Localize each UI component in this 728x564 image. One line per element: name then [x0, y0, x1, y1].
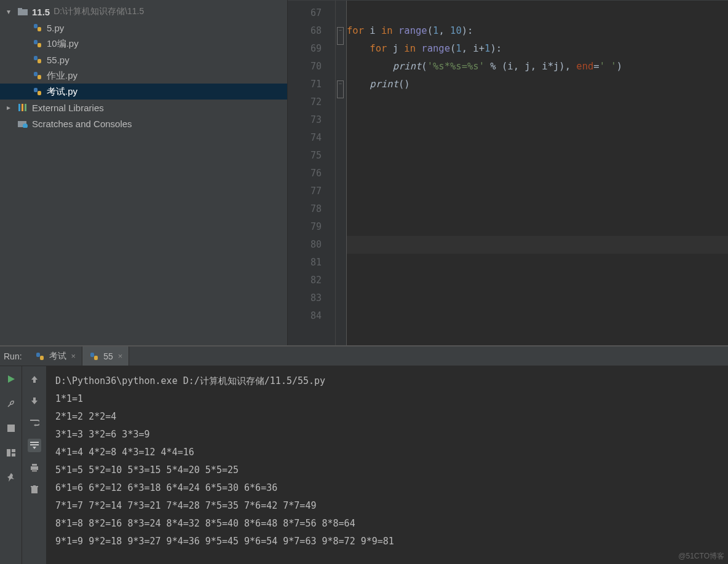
pin-icon[interactable] — [4, 471, 18, 484]
run-tab-考试[interactable]: 考试× — [28, 347, 83, 366]
console-output[interactable]: D:\Python36\python.exe D:/计算机知识存储/11.5/5… — [47, 366, 728, 564]
python-file-icon — [32, 54, 43, 65]
python-file-icon — [32, 38, 43, 49]
svg-rect-25 — [12, 453, 15, 456]
python-file-icon — [32, 86, 43, 97]
down-arrow-icon[interactable] — [28, 394, 41, 408]
svg-rect-8 — [34, 72, 38, 76]
svg-rect-30 — [32, 469, 37, 472]
svg-rect-23 — [7, 449, 10, 456]
run-label: Run: — [0, 351, 28, 361]
run-tab-label: 考试 — [49, 351, 66, 362]
file-5.py[interactable]: 5.py — [0, 20, 287, 36]
fold-column[interactable]: −− — [336, 1, 347, 345]
stop-icon[interactable] — [4, 421, 18, 435]
print-icon[interactable] — [28, 461, 41, 474]
watermark: @51CTO博客 — [678, 551, 724, 562]
close-icon[interactable]: × — [71, 351, 76, 361]
run-header: Run: 考试×55× — [0, 347, 728, 366]
external-libraries-label: External Libraries — [32, 103, 104, 113]
svg-rect-26 — [30, 442, 39, 443]
file-label: 作业.py — [47, 70, 77, 82]
soft-wrap-icon[interactable] — [28, 417, 41, 430]
file-10编.py[interactable]: 10编.py — [0, 36, 287, 52]
svg-rect-7 — [38, 59, 41, 63]
folder-icon — [17, 6, 28, 17]
chevron-right-icon[interactable]: ▸ — [4, 103, 14, 112]
svg-rect-5 — [38, 43, 41, 47]
trash-icon[interactable] — [28, 483, 41, 496]
run-icon[interactable] — [4, 372, 18, 386]
svg-rect-27 — [30, 444, 39, 445]
project-root-row[interactable]: ▾ 11.5 D:\计算机知识存储\11.5 — [0, 4, 287, 20]
svg-rect-11 — [38, 91, 41, 95]
svg-rect-20 — [94, 356, 98, 360]
svg-rect-31 — [31, 487, 38, 493]
file-label: 10编.py — [47, 38, 79, 50]
svg-rect-22 — [7, 425, 15, 432]
code-editor[interactable]: 676869707172737475767778798081828384 −− … — [288, 0, 728, 345]
code-content[interactable]: for i in range(1, 10): for j in range(1,… — [347, 1, 728, 345]
library-icon — [17, 102, 28, 113]
file-label: 5.py — [47, 23, 64, 33]
svg-rect-3 — [38, 27, 41, 31]
file-考试.py[interactable]: 考试.py — [0, 84, 287, 100]
file-label: 55.py — [47, 55, 69, 65]
run-tool-window: Run: 考试×55× D:\Python36\python.exe D:/计算… — [0, 345, 728, 564]
scratches-row[interactable]: Scratches and Consoles — [0, 116, 287, 131]
svg-rect-28 — [32, 464, 37, 466]
file-作业.py[interactable]: 作业.py — [0, 68, 287, 84]
python-file-icon — [89, 351, 100, 362]
chevron-down-icon[interactable]: ▾ — [4, 7, 14, 16]
line-number-gutter: 676869707172737475767778798081828384 — [288, 1, 336, 345]
svg-marker-21 — [8, 375, 15, 383]
svg-rect-24 — [12, 449, 15, 452]
python-file-icon — [32, 22, 43, 33]
python-file-icon — [32, 70, 43, 81]
svg-rect-14 — [25, 104, 26, 111]
svg-rect-1 — [18, 8, 22, 10]
svg-rect-13 — [22, 104, 23, 111]
svg-rect-2 — [34, 24, 38, 28]
run-tab-55[interactable]: 55× — [82, 347, 129, 366]
project-name: 11.5 — [32, 7, 50, 17]
external-libraries-row[interactable]: ▸ External Libraries — [0, 100, 287, 116]
svg-rect-33 — [33, 485, 36, 487]
close-icon[interactable]: × — [118, 351, 123, 361]
scroll-to-end-icon[interactable] — [28, 439, 41, 452]
scratches-label: Scratches and Consoles — [32, 119, 132, 129]
run-tab-label: 55 — [103, 351, 113, 361]
python-file-icon — [34, 351, 46, 362]
svg-rect-4 — [34, 40, 38, 44]
svg-rect-10 — [34, 88, 38, 92]
svg-rect-19 — [90, 353, 94, 357]
scratch-icon — [17, 118, 28, 129]
wrench-icon[interactable] — [4, 397, 18, 410]
svg-rect-6 — [34, 56, 38, 60]
project-path: D:\计算机知识存储\11.5 — [53, 6, 144, 17]
svg-rect-12 — [18, 104, 20, 111]
layout-icon[interactable] — [4, 446, 18, 460]
up-arrow-icon[interactable] — [28, 372, 41, 386]
svg-rect-9 — [38, 75, 41, 79]
run-toolbar-left — [0, 366, 22, 564]
svg-rect-17 — [36, 353, 40, 357]
file-label: 考试.py — [47, 86, 77, 98]
svg-rect-18 — [40, 356, 44, 360]
project-tree[interactable]: ▾ 11.5 D:\计算机知识存储\11.5 5.py10编.py55.py作业… — [0, 0, 288, 345]
run-toolbar-right — [22, 366, 47, 564]
file-55.py[interactable]: 55.py — [0, 52, 287, 68]
